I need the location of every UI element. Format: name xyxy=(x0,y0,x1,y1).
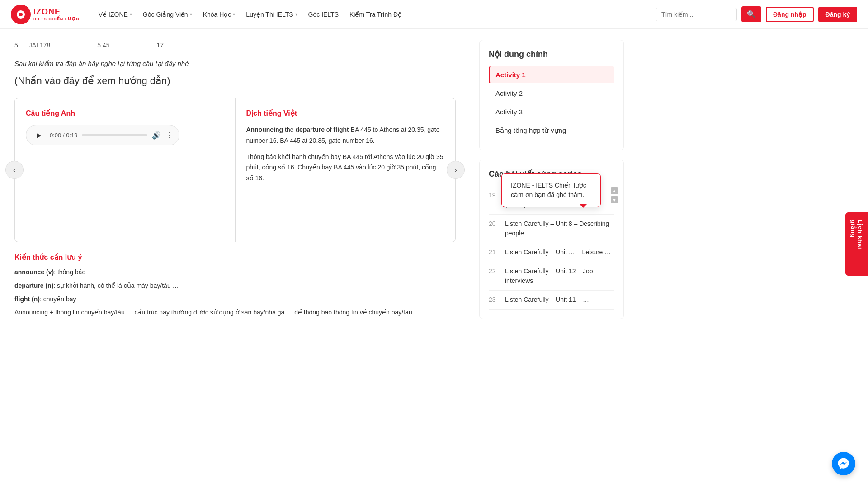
page-layout: 5 JAL178 5.45 17 Sau khi kiểm tra đáp án… xyxy=(0,29,868,332)
scroll-down-button[interactable]: ▼ xyxy=(611,196,618,203)
toc-label-activity3: Activity 3 xyxy=(495,108,523,116)
nav-item-khoa-hoc[interactable]: Khóa Học ▾ xyxy=(198,7,240,22)
search-button[interactable]: 🔍 xyxy=(741,6,761,22)
nav-item-kiem-tra[interactable]: Kiểm Tra Trình Độ xyxy=(345,7,406,22)
series-box: Các bài viết cùng series 19 Listen Caref… xyxy=(479,160,624,319)
search-input[interactable] xyxy=(661,11,716,18)
progress-bar[interactable] xyxy=(82,134,147,136)
logo-name: IZONE xyxy=(33,7,80,17)
series-num-20: 20 xyxy=(489,219,500,227)
prev-arrow-button[interactable]: ‹ xyxy=(5,161,24,179)
scroll-up-button[interactable]: ▲ xyxy=(611,187,618,194)
toc-title: Nội dung chính xyxy=(489,49,614,59)
nav-item-ve-izone[interactable]: Về IZONE ▾ xyxy=(94,7,137,22)
knowledge-item-4: Announcing + thông tin chuyến bay/tàu…: … xyxy=(14,307,456,318)
chevron-down-icon: ▾ xyxy=(130,12,132,17)
logo-icon xyxy=(11,5,31,24)
series-item-22[interactable]: 22 Listen Carefully – Unit 12 – Job inte… xyxy=(489,262,614,291)
card-vietnamese-title: Dịch tiếng Việt xyxy=(246,109,445,117)
chevron-down-icon: ▾ xyxy=(295,12,297,17)
knowledge-section: Kiến thức cần lưu ý announce (v): thông … xyxy=(14,253,456,318)
nav-item-luyen-thi[interactable]: Luyện Thi IELTS ▾ xyxy=(241,7,302,22)
tooltip-text: IZONE - IELTS Chiến lược cảm ơn bạn đã g… xyxy=(511,182,586,198)
series-num-22: 22 xyxy=(489,267,500,275)
nav-label-khoa-hoc: Khóa Học xyxy=(203,11,231,18)
knowledge-item-2: departure (n): sự khởi hành, có thể là c… xyxy=(14,281,456,291)
table-row: 5 JAL178 5.45 17 xyxy=(14,40,175,51)
logo-text-block: IZONE IELTS CHIẾN LƯỢC xyxy=(33,7,80,21)
card-vietnamese: Dịch tiếng Việt Announcing the departure… xyxy=(236,98,456,242)
card-wrapper: ‹ Câu tiếng Anh ▶ 0:00 / 0:19 🔊 ⋮ xyxy=(14,98,456,242)
table-cell-flight: JAL178 xyxy=(29,40,61,51)
logo[interactable]: IZONE IELTS CHIẾN LƯỢC xyxy=(11,5,80,24)
toc-item-vocabulary[interactable]: Bảng tổng hợp từ vựng xyxy=(489,122,614,139)
nav-label-kiem-tra: Kiểm Tra Trình Độ xyxy=(349,11,402,18)
translation-content: Announcing the departure of flight BA 44… xyxy=(246,125,445,184)
series-num-19: 19 xyxy=(489,191,500,199)
more-options-icon[interactable]: ⋮ xyxy=(165,131,173,140)
series-item-20[interactable]: 20 Listen Carefully – Unit 8 – Describin… xyxy=(489,215,614,243)
toc-item-activity3[interactable]: Activity 3 xyxy=(489,103,614,120)
lkc-tab[interactable]: Lịch khai giảng xyxy=(845,212,868,276)
nav-right-actions: 🔍 Đăng nhập Đăng ký xyxy=(656,6,857,22)
toc-label-activity1: Activity 1 xyxy=(495,71,526,79)
card-english: Câu tiếng Anh ▶ 0:00 / 0:19 🔊 ⋮ xyxy=(15,98,236,242)
sentence-card: Câu tiếng Anh ▶ 0:00 / 0:19 🔊 ⋮ Dịch tiế… xyxy=(14,98,456,242)
logo-inner-circle xyxy=(17,10,25,19)
table-cell-num: 5 xyxy=(14,40,29,51)
card-english-title: Câu tiếng Anh xyxy=(26,109,224,117)
table-fragment: 5 JAL178 5.45 17 xyxy=(14,40,456,51)
chevron-down-icon: ▾ xyxy=(190,12,192,17)
nav-menu: Về IZONE ▾ Góc Giảng Viên ▾ Khóa Học ▾ L… xyxy=(94,7,656,22)
series-num-21: 21 xyxy=(489,248,500,256)
logo-subtitle: IELTS CHIẾN LƯỢC xyxy=(33,17,80,21)
table-cell-gate: 17 xyxy=(157,40,175,51)
table-cell-empty1 xyxy=(61,40,97,51)
nav-label-goc-ielts: Góc IELTS xyxy=(308,11,339,18)
knowledge-item-1: announce (v): thông báo xyxy=(14,267,456,278)
nav-item-goc-giang-vien[interactable]: Góc Giảng Viên ▾ xyxy=(138,7,197,22)
login-button[interactable]: Đăng nhập xyxy=(766,7,814,22)
series-num-23: 23 xyxy=(489,295,500,303)
next-arrow-button[interactable]: › xyxy=(447,161,465,179)
toc-label-activity2: Activity 2 xyxy=(495,89,523,97)
toc-item-activity2[interactable]: Activity 2 xyxy=(489,85,614,102)
main-content: 5 JAL178 5.45 17 Sau khi kiểm tra đáp án… xyxy=(0,29,470,332)
navbar: IZONE IELTS CHIẾN LƯỢC Về IZONE ▾ Góc Gi… xyxy=(0,0,868,29)
toc-label-vocabulary: Bảng tổng hợp từ vựng xyxy=(495,127,566,135)
sidebar: Nội dung chính Activity 1 Activity 2 Act… xyxy=(470,29,633,332)
lkc-tab-wrapper: Lịch khai giảng xyxy=(845,212,868,276)
nav-label-goc-giang-vien: Góc Giảng Viên xyxy=(143,11,188,18)
nav-label-luyen-thi: Luyện Thi IELTS xyxy=(246,11,293,18)
register-button[interactable]: Đăng ký xyxy=(818,7,857,22)
toc-box: Nội dung chính Activity 1 Activity 2 Act… xyxy=(479,40,624,150)
logo-dot xyxy=(19,13,23,16)
search-icon: 🔍 xyxy=(747,10,756,18)
series-item-21[interactable]: 21 Listen Carefully – Unit … – Leisure …… xyxy=(489,243,614,262)
toc-item-activity1[interactable]: Activity 1 xyxy=(489,66,614,83)
tooltip-popup: IZONE - IELTS Chiến lược cảm ơn bạn đã g… xyxy=(501,173,601,207)
table-cell-time: 5.45 xyxy=(97,40,120,51)
series-text-21: Listen Carefully – Unit … – Leisure … xyxy=(505,248,611,257)
audio-time: 0:00 / 0:19 xyxy=(50,132,77,139)
instruction-click[interactable]: (Nhấn vào đây để xem hướng dẫn) xyxy=(14,75,456,87)
chevron-down-icon: ▾ xyxy=(233,12,235,17)
audio-player[interactable]: ▶ 0:00 / 0:19 🔊 ⋮ xyxy=(26,125,179,145)
knowledge-title: Kiến thức cần lưu ý xyxy=(14,253,456,262)
series-text-23: Listen Carefully – Unit 11 – … xyxy=(505,295,589,305)
nav-item-goc-ielts[interactable]: Góc IELTS xyxy=(304,7,343,22)
series-text-20: Listen Carefully – Unit 8 – Describing p… xyxy=(505,219,614,238)
series-item-23[interactable]: 23 Listen Carefully – Unit 11 – … xyxy=(489,291,614,310)
knowledge-item-3: flight (n): chuyến bay xyxy=(14,294,456,305)
play-button[interactable]: ▶ xyxy=(33,129,45,141)
instruction-italic: Sau khi kiểm tra đáp án hãy nghe lại từn… xyxy=(14,60,456,68)
volume-icon[interactable]: 🔊 xyxy=(152,131,161,140)
search-box[interactable] xyxy=(656,8,737,21)
nav-label-ve-izone: Về IZONE xyxy=(99,11,128,18)
series-text-22: Listen Carefully – Unit 12 – Job intervi… xyxy=(505,267,614,286)
table-cell-empty2 xyxy=(121,40,157,51)
